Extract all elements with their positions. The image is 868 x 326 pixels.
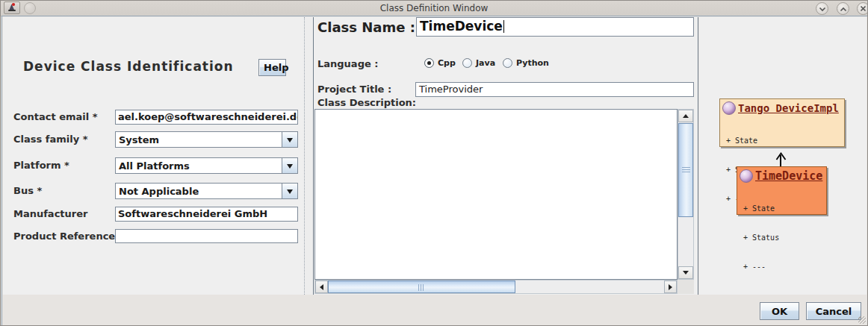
window-title: Class Definition Window: [1, 1, 867, 16]
chevron-down-icon: [819, 3, 826, 14]
radio-button-icon: [462, 58, 472, 68]
chevron-up-icon: [840, 3, 847, 14]
class-definition-window: Class Definition Window Device Class Ide…: [0, 0, 868, 326]
uml-class-title: Tango DeviceImpl: [738, 102, 839, 114]
class-family-combo[interactable]: System: [115, 131, 298, 148]
scroll-left-button[interactable]: [315, 280, 328, 293]
class-sphere-icon: [722, 101, 736, 115]
field-label: Platform *: [13, 158, 69, 173]
class-family-value: System: [116, 134, 282, 145]
uml-member: + Status: [743, 233, 826, 242]
class-name-value: TimeDevice: [420, 19, 503, 34]
radio-label: Java: [476, 58, 495, 68]
resize-grip[interactable]: [858, 316, 866, 324]
project-title-value: TimeProvider: [419, 84, 483, 95]
field-label: Contact email *: [13, 110, 98, 125]
class-description-textarea[interactable]: [314, 109, 678, 280]
radio-button-icon: [503, 58, 512, 68]
platform-combo[interactable]: All Platforms: [115, 157, 298, 174]
uml-class-title: TimeDevice: [755, 169, 822, 183]
language-label: Language :: [317, 58, 379, 69]
contact-email-field[interactable]: ael.koep@softwareschneiderei.de: [115, 110, 298, 125]
class-name-label: Class Name :: [317, 19, 415, 35]
scroll-down-button[interactable]: [678, 266, 693, 279]
radio-button-icon: [424, 58, 434, 68]
footer-bar: [1, 295, 868, 326]
radio-label: Python: [516, 58, 549, 68]
radio-cpp[interactable]: Cpp: [424, 58, 456, 68]
radio-label: Cpp: [438, 58, 456, 68]
manufacturer-field[interactable]: Softwareschneiderei GmbH: [115, 207, 298, 222]
cancel-button[interactable]: Cancel: [806, 302, 861, 320]
arrow-right-icon: [669, 284, 675, 290]
horizontal-scrollbar[interactable]: [314, 280, 678, 294]
radio-python[interactable]: Python: [503, 58, 549, 68]
minimize-button[interactable]: [816, 2, 828, 15]
bus-value: Not Applicable: [116, 186, 282, 197]
manufacturer-value: Softwareschneiderei GmbH: [118, 208, 267, 219]
help-button[interactable]: Help: [258, 59, 286, 76]
close-button[interactable]: [857, 2, 868, 15]
uml-header: Tango DeviceImpl: [720, 99, 844, 115]
text-caret: [503, 20, 504, 33]
uml-member: + State: [726, 136, 844, 145]
contact-email-value: ael.koep@softwareschneiderei.de: [118, 111, 298, 122]
identification-panel: Device Class Identification Help Contact…: [3, 17, 304, 295]
uml-member: + State: [743, 204, 826, 213]
inheritance-arrow-icon: [775, 148, 786, 168]
uml-member: + ---: [743, 262, 826, 272]
platform-value: All Platforms: [116, 160, 282, 172]
bus-combo[interactable]: Not Applicable: [115, 183, 298, 199]
project-title-field[interactable]: TimeProvider: [415, 82, 694, 97]
horizontal-scroll-thumb[interactable]: [328, 280, 515, 293]
uml-header: TimeDevice: [737, 167, 826, 183]
ok-button[interactable]: OK: [760, 302, 799, 320]
class-description-label: Class Description:: [317, 97, 416, 108]
uml-members: + State + Status + ---: [737, 183, 826, 291]
product-reference-field[interactable]: [115, 229, 298, 243]
arrow-up-icon: [683, 111, 689, 118]
maximize-button[interactable]: [837, 2, 849, 15]
vertical-scroll-thumb[interactable]: [678, 123, 693, 217]
identification-heading: Device Class Identification: [23, 59, 234, 74]
field-label: Manufacturer: [13, 207, 87, 222]
class-sphere-icon: [740, 169, 753, 183]
vertical-scrollbar[interactable]: [678, 109, 694, 280]
scrollbar-corner: [678, 280, 694, 294]
chevron-down-icon[interactable]: [282, 158, 297, 173]
field-label: Class family *: [13, 132, 87, 147]
radio-java[interactable]: Java: [462, 58, 495, 68]
project-title-label: Project Title :: [317, 84, 391, 95]
uml-class-box-child[interactable]: TimeDevice + State + Status + ---: [737, 166, 827, 215]
class-name-field[interactable]: TimeDevice: [416, 17, 694, 37]
scroll-right-button[interactable]: [664, 280, 677, 293]
field-label: Bus *: [13, 184, 42, 198]
arrow-down-icon: [683, 271, 689, 278]
scroll-up-button[interactable]: [678, 110, 693, 122]
close-icon: [860, 3, 867, 14]
arrow-left-icon: [317, 284, 323, 290]
chevron-down-icon[interactable]: [282, 184, 297, 198]
chevron-down-icon[interactable]: [282, 132, 297, 147]
field-label: Product Reference: [13, 229, 115, 244]
uml-class-box-parent[interactable]: Tango DeviceImpl + State + Status + ---: [719, 98, 845, 147]
titlebar: Class Definition Window: [1, 1, 867, 16]
